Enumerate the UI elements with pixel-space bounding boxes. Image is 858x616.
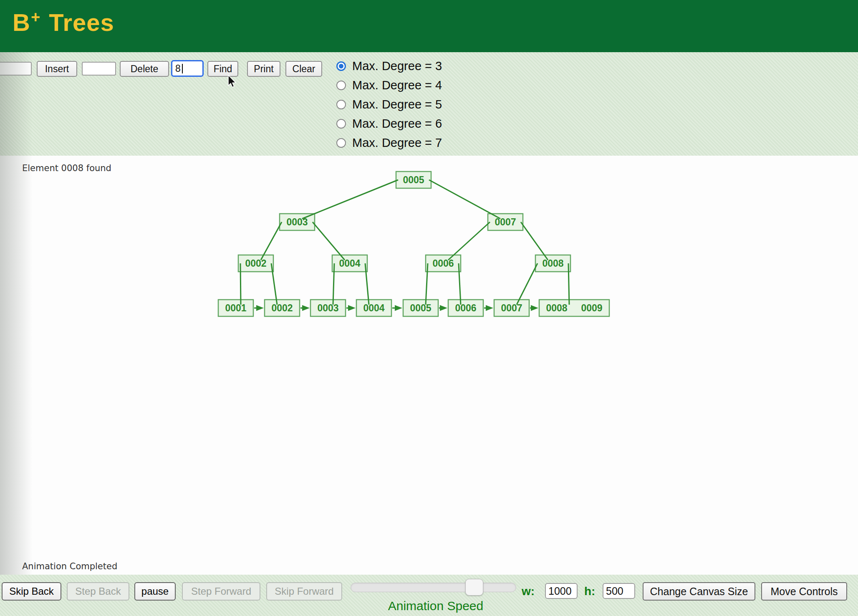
clear-button[interactable]: Clear bbox=[285, 61, 322, 77]
insert-value-input[interactable] bbox=[0, 62, 32, 76]
tree-node-label: 0004 bbox=[363, 303, 384, 313]
tree-node-label: 0006 bbox=[455, 303, 476, 313]
delete-value-input[interactable] bbox=[82, 62, 116, 76]
tree-node-label: 0005 bbox=[410, 303, 431, 313]
page-title: B+ Trees bbox=[13, 8, 114, 36]
radio-max-degree-4[interactable]: Max. Degree = 4 bbox=[336, 77, 442, 93]
bplus-tree-drawing: 0005000300070002000400060008000100020003… bbox=[0, 156, 858, 575]
print-button[interactable]: Print bbox=[247, 61, 280, 77]
tree-node-label: 0006 bbox=[432, 258, 454, 269]
tree-edge bbox=[517, 263, 538, 305]
tree-node-label: 0003 bbox=[317, 303, 338, 313]
radio-max-degree-6[interactable]: Max. Degree = 6 bbox=[336, 115, 442, 132]
animation-canvas: 0005000300070002000400060008000100020003… bbox=[0, 156, 858, 575]
title-plus-superscript: + bbox=[31, 8, 40, 26]
tree-node-label: 0007 bbox=[495, 217, 516, 227]
insert-button[interactable]: Insert bbox=[37, 61, 77, 77]
title-b: B bbox=[13, 9, 30, 36]
mouse-cursor-icon bbox=[228, 75, 239, 89]
tree-edge bbox=[240, 263, 241, 305]
tree-node-label: 0003 bbox=[286, 217, 308, 227]
delete-button[interactable]: Delete bbox=[120, 61, 169, 77]
canvas-width-input[interactable] bbox=[545, 583, 578, 599]
title-rest: Trees bbox=[49, 9, 114, 36]
tree-edge bbox=[568, 263, 569, 305]
radio-max-degree-3[interactable]: Max. Degree = 3 bbox=[336, 58, 442, 74]
find-value-input-focused[interactable] bbox=[171, 60, 204, 77]
skip-forward-button[interactable]: Skip Forward bbox=[266, 582, 342, 601]
find-value-input[interactable] bbox=[172, 61, 202, 76]
animation-speed-label: Animation Speed bbox=[366, 599, 505, 613]
tree-node-label: 0004 bbox=[339, 258, 360, 269]
tree-edge bbox=[448, 222, 490, 260]
step-back-button[interactable]: Step Back bbox=[67, 582, 129, 601]
radio-label: Max. Degree = 6 bbox=[352, 117, 442, 131]
status-message: Element 0008 found bbox=[22, 163, 111, 173]
app-header-banner: B+ Trees bbox=[0, 0, 858, 52]
skip-back-button[interactable]: Skip Back bbox=[2, 582, 61, 601]
height-label: h: bbox=[584, 583, 595, 600]
text-caret bbox=[182, 64, 183, 73]
tree-edge bbox=[271, 263, 277, 305]
tree-edge bbox=[261, 222, 282, 260]
radio-label: Max. Degree = 3 bbox=[352, 59, 442, 73]
playback-controls-bar: Skip Back Step Back pause Step Forward S… bbox=[0, 575, 858, 616]
radio-button-icon[interactable] bbox=[336, 119, 346, 129]
radio-button-icon[interactable] bbox=[336, 138, 346, 148]
canvas-height-input[interactable] bbox=[603, 583, 635, 599]
radio-button-icon[interactable] bbox=[336, 61, 346, 71]
tree-node-label: 0009 bbox=[581, 303, 602, 313]
animation-speed-slider-track[interactable] bbox=[351, 583, 516, 592]
move-controls-button[interactable]: Move Controls bbox=[761, 582, 847, 601]
tree-node-label: 0005 bbox=[403, 174, 424, 185]
radio-max-degree-5[interactable]: Max. Degree = 5 bbox=[336, 96, 442, 113]
animation-completed-message: Animation Completed bbox=[22, 561, 117, 571]
change-canvas-size-button[interactable]: Change Canvas Size bbox=[643, 582, 755, 601]
radio-button-icon[interactable] bbox=[336, 100, 346, 109]
radio-max-degree-7[interactable]: Max. Degree = 7 bbox=[336, 134, 442, 151]
radio-label: Max. Degree = 7 bbox=[352, 136, 442, 150]
radio-button-icon[interactable] bbox=[336, 81, 346, 90]
pause-button[interactable]: pause bbox=[134, 582, 176, 601]
step-forward-button[interactable]: Step Forward bbox=[182, 582, 260, 601]
tree-node-label: 0001 bbox=[225, 303, 246, 313]
tree-edge bbox=[429, 180, 500, 219]
tree-edge bbox=[521, 222, 548, 260]
tree-edge bbox=[313, 222, 345, 260]
animation-speed-slider-thumb[interactable] bbox=[465, 579, 483, 596]
top-controls-panel: Insert Delete Find Print Clear Max. Degr… bbox=[0, 52, 858, 156]
tree-node-label: 0008 bbox=[542, 258, 563, 269]
radio-label: Max. Degree = 4 bbox=[352, 78, 442, 92]
tree-node-label: 0008 bbox=[546, 303, 567, 313]
bplus-tree-visualizer-page: { "header": { "title_b": "B", "title_plu… bbox=[0, 0, 858, 616]
tree-node-label: 0007 bbox=[501, 303, 522, 313]
tree-node-label: 0002 bbox=[271, 303, 293, 313]
tree-node-label: 0002 bbox=[245, 258, 266, 269]
radio-label: Max. Degree = 5 bbox=[352, 98, 442, 111]
width-label: w: bbox=[522, 583, 535, 600]
tree-edge bbox=[302, 180, 398, 219]
